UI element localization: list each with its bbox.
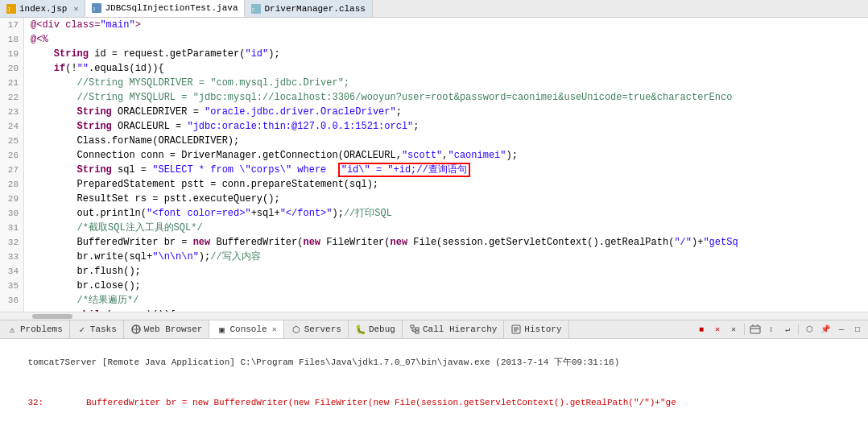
svg-rect-18: [750, 326, 760, 333]
tab-web-browser[interactable]: Web Browser: [124, 320, 210, 338]
tab-servers[interactable]: ⬡ Servers: [284, 320, 349, 338]
tab-driver[interactable]: C DriverManager.class: [245, 0, 372, 17]
svg-rect-9: [415, 328, 419, 330]
h-scrollbar-thumb[interactable]: [32, 314, 72, 319]
tab-console[interactable]: ▣ Console ✕: [209, 320, 283, 338]
code-line-27: 27 String sql = "SELECT * from \"corps\"…: [0, 163, 868, 177]
code-line-34: 34 br.flush();: [0, 264, 868, 279]
console-panel: tomcat7Server [Remote Java Application] …: [0, 339, 868, 434]
java-icon: J: [92, 3, 101, 13]
console-server-line: tomcat7Server [Remote Java Application] …: [0, 342, 868, 382]
top-tab-bar: J index.jsp ✕ J JDBCSqlInjectionTest.jav…: [0, 0, 868, 18]
tab-index[interactable]: J index.jsp ✕: [0, 0, 85, 17]
h-scrollbar[interactable]: [0, 312, 868, 320]
clear-icon: [750, 324, 761, 335]
code-line-35: 35 br.close();: [0, 279, 868, 293]
svg-text:C: C: [252, 7, 255, 12]
toolbar-divider-2: [798, 324, 799, 335]
code-line-29: 29 ResultSet rs = pstt.executeQuery();: [0, 192, 868, 206]
problems-icon: ⚠: [6, 324, 18, 335]
code-line-28: 28 PreparedStatement pstt = conn.prepare…: [0, 177, 868, 192]
console-server-text: tomcat7Server [Remote Java Application] …: [27, 358, 619, 367]
code-line-36: 36 /*结果遍历*/: [0, 293, 868, 308]
tab-history-label: History: [524, 324, 561, 334]
svg-text:J: J: [93, 6, 95, 11]
code-line-31: 31 /*截取SQL注入工具的SQL*/: [0, 221, 868, 235]
code-line-23: 23 String ORACLEDRIVER = "oracle.jdbc.dr…: [0, 105, 868, 119]
call-hierarchy-icon: [409, 324, 420, 335]
tasks-icon: ✓: [76, 324, 88, 335]
maximize-button[interactable]: □: [850, 322, 865, 337]
remove-button[interactable]: ✕: [726, 322, 741, 337]
code-line-19: 19 String id = request.getParameter("id"…: [0, 47, 868, 61]
clear-button[interactable]: [748, 322, 763, 337]
svg-rect-10: [415, 331, 419, 333]
code-line-24: 24 String ORACLEURL = "jdbc:oracle:thin:…: [0, 119, 868, 134]
tab-web-browser-label: Web Browser: [144, 324, 203, 334]
console-toolbar: ■ ✕ ✕ ↕ ↵ ⬡ 📌 — □: [691, 320, 868, 338]
console-line32: 32: BufferedWriter br = new BufferedWrit…: [0, 382, 868, 423]
code-line-30: 30 out.println("<font color=red>"+sql+"<…: [0, 206, 868, 221]
code-line-32: 32 BufferedWriter br = new BufferedWrite…: [0, 235, 868, 250]
code-line-26: 26 Connection conn = DriverManager.getCo…: [0, 148, 868, 163]
stop-button[interactable]: ■: [694, 322, 709, 337]
console-line32-text: 32: BufferedWriter br = new BufferedWrit…: [27, 398, 676, 407]
tab-tasks[interactable]: ✓ Tasks: [70, 320, 124, 338]
code-line-20: 20 if(!"".equals(id)){: [0, 61, 868, 76]
pin-button[interactable]: 📌: [818, 322, 833, 337]
code-content: 17 @<div class="main"> 18 @<% 19 String …: [0, 18, 868, 320]
svg-text:J: J: [7, 6, 10, 12]
console-icon: ▣: [216, 324, 227, 335]
bottom-tab-bar: ⚠ Problems ✓ Tasks Web Browser ▣ Console…: [0, 320, 868, 339]
jsp-icon: J: [6, 4, 16, 14]
web-browser-icon: [130, 324, 142, 335]
tab-call-hierarchy[interactable]: Call Hierarchy: [403, 320, 504, 338]
code-line-33: 33 br.write(sql+"\n\n\n");//写入内容: [0, 250, 868, 264]
toolbar-divider-1: [744, 324, 745, 335]
tab-driver-label: DriverManager.class: [264, 4, 365, 14]
code-line-25: 25 Class.forName(ORACLEDRIVER);: [0, 134, 868, 148]
debug-icon: 🐛: [355, 324, 366, 335]
tab-tasks-label: Tasks: [90, 324, 117, 334]
tab-console-close[interactable]: ✕: [272, 324, 277, 334]
code-line-21: 21 //String MYSQLDRIVER = "com.mysql.jdb…: [0, 76, 868, 90]
terminate-button[interactable]: ✕: [710, 322, 725, 337]
svg-rect-8: [411, 325, 414, 328]
code-line-17: 17 @<div class="main">: [0, 18, 868, 32]
tab-index-label: index.jsp: [19, 4, 67, 14]
tab-jdbc-label: JDBCSqlInjectionTest.java: [105, 3, 238, 13]
tab-call-hierarchy-label: Call Hierarchy: [423, 324, 497, 334]
scroll-lock-button[interactable]: ↕: [764, 322, 779, 337]
tab-problems[interactable]: ⚠ Problems: [0, 320, 70, 338]
tab-jdbc[interactable]: J JDBCSqlInjectionTest.java: [85, 0, 245, 17]
code-line-18: 18 @<%: [0, 32, 868, 47]
tab-console-label: Console: [229, 324, 267, 334]
svg-line-12: [412, 329, 415, 332]
code-line-22: 22 //String MYSQLURL = "jdbc:mysql://loc…: [0, 90, 868, 105]
tab-servers-label: Servers: [304, 324, 341, 334]
tab-index-close[interactable]: ✕: [73, 4, 78, 14]
tab-debug-label: Debug: [369, 324, 395, 334]
open-console-button[interactable]: ⬡: [802, 322, 816, 337]
word-wrap-button[interactable]: ↵: [780, 322, 795, 337]
console-empty: [0, 423, 868, 434]
history-icon: [510, 324, 522, 335]
svg-line-13: [412, 331, 415, 333]
minimize-button[interactable]: —: [834, 322, 849, 337]
class-icon: C: [251, 4, 261, 14]
tab-problems-label: Problems: [20, 324, 63, 334]
tab-history[interactable]: History: [504, 320, 568, 338]
code-editor: 17 @<div class="main"> 18 @<% 19 String …: [0, 18, 868, 320]
tab-debug[interactable]: 🐛 Debug: [349, 320, 403, 338]
servers-icon: ⬡: [291, 324, 302, 335]
